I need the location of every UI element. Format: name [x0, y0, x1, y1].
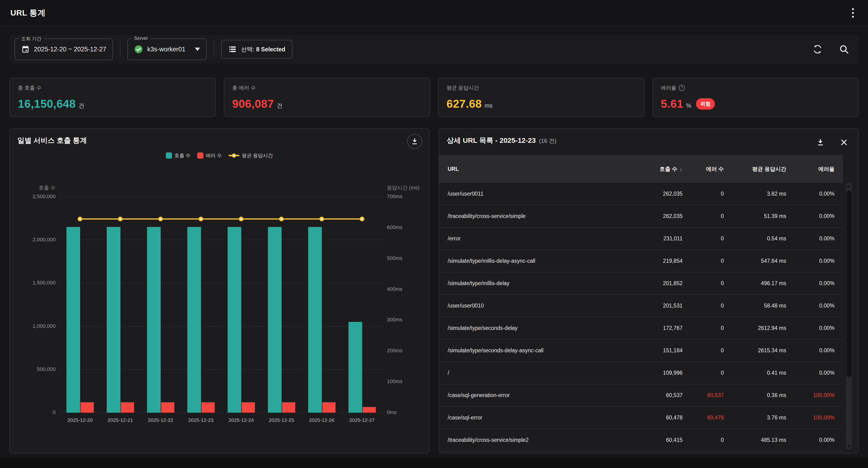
refresh-button[interactable]	[812, 43, 823, 55]
bar-errors[interactable]	[121, 402, 134, 413]
date-range-label: 조회 기간	[19, 36, 44, 42]
cell-errors: 0	[683, 236, 724, 242]
table-row[interactable]: /user/user0010201,531058.48 ms0.00%	[439, 295, 843, 317]
bar-errors[interactable]	[161, 402, 174, 413]
table-download-button[interactable]	[815, 137, 826, 148]
bar-calls[interactable]	[147, 227, 161, 413]
x-axis-label: 2025-12-23	[180, 417, 222, 423]
bar-errors[interactable]	[282, 402, 295, 413]
check-circle-icon	[134, 45, 143, 54]
table-header-url[interactable]: URL	[448, 166, 636, 172]
table-row-partial[interactable]	[439, 451, 843, 453]
right-axis-tick: 500ms	[387, 255, 402, 261]
date-range-input[interactable]: 조회 기간 2025-12-20 ~ 2025-12-27	[14, 38, 113, 60]
bar-errors[interactable]	[242, 402, 255, 413]
server-list-icon	[228, 45, 237, 54]
left-axis-tick: 1,500,000	[16, 280, 56, 286]
table-row[interactable]: /traceability/cross-service/simple262,03…	[439, 205, 843, 228]
content: 조회 기간 2025-12-20 ~ 2025-12-27 Server k3s…	[0, 26, 868, 454]
bar-calls[interactable]	[107, 227, 120, 413]
scrollbar-up-icon[interactable]	[847, 185, 851, 188]
server-select[interactable]: Server k3s-worker01	[127, 38, 207, 60]
bar-errors[interactable]	[363, 407, 376, 413]
url-selection-button[interactable]: 선택: 8 Selected	[221, 40, 292, 59]
table-header-1[interactable]: 호출 수↓	[636, 165, 683, 173]
x-axis-label: 2025-12-25	[260, 417, 303, 423]
stat-card-value: 906,087	[232, 97, 274, 110]
help-icon[interactable]: ?	[679, 85, 685, 91]
cell-avg: 2612.94 ms	[724, 325, 786, 331]
cell-calls: 109,996	[636, 370, 683, 376]
server-label: Server	[132, 36, 150, 41]
stat-card-label: 평균 응답시간	[446, 84, 636, 91]
url-table-panel: 상세 URL 목록 - 2025-12-23(16 건) URL호출 수↓에러 …	[439, 128, 859, 454]
cell-rate: 100.00%	[786, 414, 835, 421]
line-point	[319, 217, 324, 221]
bar-calls[interactable]	[227, 227, 241, 413]
line-point-center	[120, 218, 121, 220]
filter-actions	[812, 43, 854, 55]
table-header-4[interactable]: 에러율	[786, 165, 835, 173]
cell-errors: 0	[683, 258, 724, 264]
cell-calls: 151,184	[636, 347, 683, 354]
stat-label-text: 에러율	[661, 84, 677, 91]
scrollbar-down-icon[interactable]	[847, 445, 851, 448]
table-scrollbar[interactable]	[846, 183, 852, 449]
table-count: (16 건)	[539, 137, 556, 144]
table-row[interactable]: /user/user0011262,03503.82 ms0.00%	[439, 183, 843, 205]
cell-avg: 2615.34 ms	[724, 347, 786, 354]
stat-card-unit: ms	[485, 102, 492, 109]
line-point-center	[281, 218, 282, 220]
table-header-2[interactable]: 에러 수	[683, 165, 724, 173]
right-axis-tick: 200ms	[387, 348, 402, 354]
kebab-menu-icon[interactable]	[848, 6, 858, 20]
cell-errors: 60,478	[683, 414, 724, 421]
header-label: 호출 수	[660, 166, 677, 172]
bar-calls[interactable]	[268, 227, 282, 413]
stat-card-value: 627.68	[446, 97, 482, 110]
table-row[interactable]: /error231,01100.54 ms0.00%	[439, 228, 843, 250]
bar-errors[interactable]	[81, 402, 94, 413]
line-point	[118, 217, 123, 221]
stat-card-4: 에러율?5.61%위험	[652, 78, 859, 117]
cell-avg: 51.39 ms	[724, 213, 786, 219]
cell-avg: 0.41 ms	[724, 370, 786, 376]
stat-card-value-row: 16,150,648건	[18, 97, 207, 110]
cell-calls: 201,531	[636, 303, 683, 309]
table-row[interactable]: /case/sql-generation-error60,53760,5370.…	[439, 384, 843, 407]
table-row[interactable]: /simulate/type/millis-delay-async-call21…	[439, 250, 843, 273]
stat-label-text: 평균 응답시간	[446, 84, 479, 91]
table-row[interactable]: /case/sql-error60,47860,4783.76 ms100.00…	[439, 407, 843, 429]
cell-rate: 0.00%	[786, 236, 835, 242]
bar-errors[interactable]	[322, 402, 336, 413]
sort-desc-icon: ↓	[680, 166, 683, 172]
page-header: URL 통계	[0, 0, 868, 26]
table-row[interactable]: /traceability/cross-service/simple260,41…	[439, 429, 843, 451]
cell-calls: 231,011	[636, 236, 683, 242]
server-value: k3s-worker01	[147, 46, 185, 53]
cell-avg: 485.13 ms	[724, 437, 786, 443]
table-row[interactable]: /simulate/type/millis-delay201,8520496.1…	[439, 273, 843, 295]
bar-calls[interactable]	[308, 227, 322, 413]
bar-calls[interactable]	[187, 227, 201, 413]
table-row[interactable]: /simulate/type/seconds-delay172,76702612…	[439, 317, 843, 340]
bar-errors[interactable]	[202, 402, 215, 413]
bar-calls[interactable]	[348, 322, 362, 413]
panels: 일별 서비스 호출 통계 호출 수에러 수평균 응답시간 호출 수응답시간 (m…	[9, 128, 859, 454]
left-axis-tick: 2,000,000	[16, 237, 56, 243]
search-button[interactable]	[838, 43, 849, 55]
table-row[interactable]: /109,99600.41 ms0.00%	[439, 362, 843, 384]
page-title: URL 통계	[10, 7, 46, 19]
table-row[interactable]: /simulate/type/seconds-delay-async-call1…	[439, 340, 843, 362]
close-button[interactable]	[838, 137, 849, 148]
table-header-3[interactable]: 평균 응답시간	[724, 165, 786, 173]
cell-avg: 0.36 ms	[724, 392, 786, 399]
cell-url: /case/sql-error	[448, 414, 636, 421]
chevron-down-icon	[195, 48, 200, 51]
scrollbar-thumb[interactable]	[846, 190, 851, 377]
cell-avg: 0.54 ms	[724, 236, 786, 242]
stat-card-label: 총 에러 수	[232, 84, 422, 91]
stat-card-value: 5.61	[661, 97, 683, 110]
bar-calls[interactable]	[66, 227, 80, 413]
header-label: 에러 수	[706, 166, 724, 172]
